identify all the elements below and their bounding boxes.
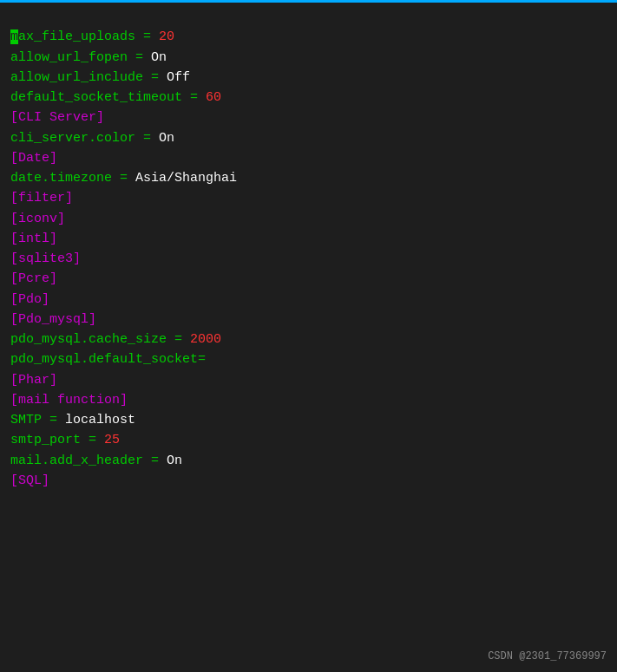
code-text: allow_url_fopen = (10, 50, 151, 65)
code-line-5: [CLI Server] (10, 108, 607, 127)
code-line-6: cli_server.color = On (10, 128, 607, 148)
watermark: CSDN @2301_77369997 (488, 649, 607, 665)
code-text: localhost (65, 413, 135, 427)
code-line-9: [filter] (10, 188, 607, 208)
code-text: [Pdo_mysql] (10, 312, 96, 327)
code-text: smtp_port = (10, 433, 104, 447)
code-text: [CLI Server] (10, 110, 104, 125)
code-line-3: allow_url_include = Off (10, 68, 607, 88)
code-line-23: [SQL] (10, 471, 607, 491)
code-line-15: [Pdo_mysql] (10, 310, 607, 329)
code-text: [SQL] (10, 473, 49, 488)
code-line-13: [Pcre] (10, 269, 607, 289)
code-text: [Date] (10, 151, 57, 166)
code-text: [filter] (10, 191, 73, 206)
code-text: default_socket_timeout = (10, 90, 206, 105)
code-text: 60 (206, 90, 221, 105)
code-line-20: SMTP = localhost (10, 410, 607, 430)
code-text: On (167, 453, 182, 468)
code-text: 2000 (190, 332, 221, 347)
code-text: [Pcre] (10, 271, 57, 286)
code-text: [Pdo] (10, 292, 49, 307)
code-line-18: [Phar] (10, 370, 607, 390)
code-text: SMTP = (10, 413, 65, 427)
code-line-22: mail.add_x_header = On (10, 451, 607, 471)
code-text: pdo_mysql.cache_size = (10, 332, 190, 347)
code-text: Off (167, 70, 190, 85)
top-border (0, 0, 617, 3)
code-line-12: [sqlite3] (10, 249, 607, 269)
code-text: [mail function] (10, 393, 128, 408)
code-text: 25 (104, 433, 120, 447)
code-line-7: [Date] (10, 148, 607, 168)
code-text: [Phar] (10, 373, 57, 388)
code-line-11: [intl] (10, 229, 607, 249)
code-line-1: max_file_uploads = 20 (10, 27, 607, 47)
code-line-10: [iconv] (10, 209, 607, 229)
code-line-21: smtp_port = 25 (10, 430, 607, 450)
code-text: allow_url_include = (10, 70, 167, 85)
code-line-2: allow_url_fopen = On (10, 48, 607, 68)
code-text: Asia/Shanghai (135, 171, 237, 186)
code-text: date.timezone = (10, 171, 135, 186)
code-line-16: pdo_mysql.cache_size = 2000 (10, 329, 607, 349)
code-text: m (10, 29, 18, 44)
code-text: pdo_mysql.default_socket= (10, 352, 206, 367)
code-block: max_file_uploads = 20allow_url_fopen = O… (10, 7, 607, 491)
code-text: mail.add_x_header = (10, 453, 167, 468)
code-line-19: [mail function] (10, 390, 607, 410)
code-text: On (151, 50, 167, 65)
code-line-4: default_socket_timeout = 60 (10, 88, 607, 108)
code-text: ax_file_uploads = (18, 29, 159, 44)
code-line-14: [Pdo] (10, 290, 607, 310)
code-text: [sqlite3] (10, 251, 81, 266)
code-text: [intl] (10, 232, 57, 246)
code-line-8: date.timezone = Asia/Shanghai (10, 168, 607, 188)
code-text: cli_server.color = (10, 131, 159, 146)
code-line-17: pdo_mysql.default_socket= (10, 349, 607, 369)
code-text: [iconv] (10, 212, 65, 226)
code-text: On (159, 131, 174, 146)
code-text: 20 (159, 29, 174, 44)
